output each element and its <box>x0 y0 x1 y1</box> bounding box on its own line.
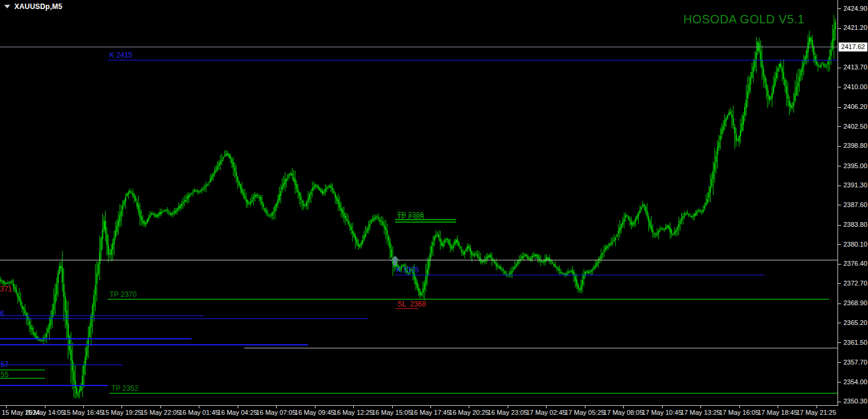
price-tick-label: 2365.20 <box>843 320 867 326</box>
sl-2368-line[interactable] <box>396 308 418 309</box>
price-tick-mark <box>838 28 841 29</box>
current-price-badge: 2417.62 <box>839 42 867 51</box>
time-tick-label: 16 May 12:25 <box>333 409 374 416</box>
tp-2370-line-label: TP 2370 <box>110 291 136 298</box>
time-tick-mark <box>508 406 508 408</box>
chevron-down-icon <box>4 5 10 8</box>
price-tick-label: 2383.80 <box>843 221 867 228</box>
time-tick-mark <box>623 406 624 408</box>
price-tick-label: 2350.30 <box>843 398 867 405</box>
tp-2352-line-label: TP 2352 <box>111 385 138 392</box>
tp-2352-line[interactable] <box>110 393 837 394</box>
k-2357-line[interactable] <box>0 365 123 365</box>
time-tick-label: 15 May 19:25 <box>102 409 142 416</box>
price-tick-mark <box>838 342 841 343</box>
time-tick-label: 16 May 09:45 <box>295 409 335 416</box>
price-tick-label: 2372.70 <box>843 280 867 287</box>
price-tick-mark <box>838 205 841 205</box>
time-tick-mark <box>392 406 393 408</box>
k-2415-line[interactable] <box>108 60 837 60</box>
price-tick-mark <box>838 382 841 382</box>
bid-line[interactable] <box>0 47 837 47</box>
indicator-watermark: HOSODA GOLD V5.1 <box>683 13 805 26</box>
price-tick-mark <box>838 244 841 245</box>
time-tick-label: 16 May 17:45 <box>411 409 451 416</box>
time-tick-label: 17 May 10:45 <box>642 409 682 416</box>
symbol-selector[interactable]: XAUUSDp,M5 <box>4 2 62 11</box>
tp-2385-line[interactable] <box>395 221 456 223</box>
k-2415-line-label: K 2415 <box>110 51 132 59</box>
trading-chart-window: K 2415TP 2386TP 2385K 2375TP 2370SL 2368… <box>0 0 868 419</box>
time-tick-label: 17 May 18:45 <box>758 409 798 416</box>
price-tick-mark <box>838 146 841 147</box>
k-2375-line[interactable] <box>394 275 764 275</box>
price-tick-label: 2406.20 <box>843 104 867 110</box>
price-tick-label: 2398.80 <box>843 142 867 149</box>
time-tick-mark <box>315 406 315 408</box>
tp-2370-line[interactable] <box>108 299 829 300</box>
k-2375-line-label: K 2375 <box>396 266 419 274</box>
time-tick-label: 15 May 14:05 <box>25 409 65 416</box>
time-tick-mark <box>160 406 161 408</box>
time-tick-mark <box>778 406 778 408</box>
clipped-k-label: 6 <box>0 310 4 317</box>
time-tick-mark <box>276 406 277 408</box>
time-tick-label: 15 May 16:45 <box>63 409 104 416</box>
time-tick-mark <box>662 406 663 408</box>
time-tick-mark <box>817 406 817 408</box>
clipped-tp2355-label: 55 <box>1 371 8 378</box>
chart-plot-area[interactable]: K 2415TP 2386TP 2385K 2375TP 2370SL 2368… <box>0 0 838 406</box>
price-tick-mark <box>838 107 841 108</box>
time-tick-mark <box>739 406 740 408</box>
buy-signal-arrow-icon <box>390 256 400 265</box>
price-tick-label: 2376.40 <box>843 260 867 267</box>
symbol-timeframe-label: XAUUSDp,M5 <box>14 2 62 11</box>
price-tick-label: 2361.50 <box>843 339 867 346</box>
time-axis[interactable]: 15 May 202415 May 14:0515 May 16:4515 Ma… <box>0 406 868 419</box>
time-tick-label: 17 May 02:45 <box>526 409 566 416</box>
price-tick-mark <box>838 225 841 226</box>
clipped-k2357-label: 57 <box>1 361 8 368</box>
price-tick-label: 2357.70 <box>843 359 867 366</box>
k-line-a[interactable] <box>0 315 204 316</box>
price-tick-mark <box>838 303 841 304</box>
time-tick-mark <box>430 406 431 408</box>
time-tick-label: 17 May 05:25 <box>564 409 605 416</box>
time-tick-mark <box>83 406 84 408</box>
time-tick-label: 17 May 21:25 <box>796 409 836 416</box>
gray-level-line[interactable] <box>244 348 837 348</box>
price-tick-label: 2410.00 <box>843 84 867 90</box>
time-tick-mark <box>700 406 701 408</box>
time-tick-label: 16 May 01:45 <box>179 409 219 416</box>
clipped-sl-label: 371 <box>0 286 12 293</box>
time-tick-mark <box>238 406 238 408</box>
price-tick-mark <box>838 186 841 186</box>
k-line-e[interactable] <box>0 385 108 386</box>
time-tick-label: 17 May 08:05 <box>603 409 644 416</box>
tp-2385-line-label: TP 2385 <box>397 214 424 221</box>
price-tick-label: 2424.90 <box>843 5 867 12</box>
time-tick-label: 16 May 23:05 <box>488 409 528 416</box>
k-line-b[interactable] <box>0 318 368 319</box>
time-tick-label: 16 May 20:25 <box>449 409 489 416</box>
price-tick-mark <box>838 402 841 402</box>
price-tick-mark <box>838 283 841 284</box>
sl-2368-line-label: SL 2368 <box>397 300 426 308</box>
time-tick-mark <box>122 406 122 408</box>
separator-line[interactable] <box>0 260 837 260</box>
time-tick-label: 17 May 16:05 <box>719 409 759 416</box>
k-line-d[interactable] <box>0 344 308 345</box>
price-tick-mark <box>838 8 841 9</box>
time-tick-mark <box>6 406 7 408</box>
price-axis[interactable]: 2417.62 2424.902421.202413.702410.002406… <box>838 0 868 406</box>
price-tick-label: 2354.00 <box>843 379 867 385</box>
price-tick-mark <box>838 68 841 68</box>
k-line-c[interactable] <box>0 338 192 339</box>
price-tick-mark <box>838 126 841 127</box>
time-tick-mark <box>546 406 547 408</box>
time-tick-label: 17 May 13:25 <box>681 409 721 416</box>
price-tick-label: 2391.30 <box>843 182 867 189</box>
price-tick-label: 2395.00 <box>843 163 867 169</box>
price-tick-label: 2380.10 <box>843 241 867 248</box>
price-tick-mark <box>838 166 841 166</box>
